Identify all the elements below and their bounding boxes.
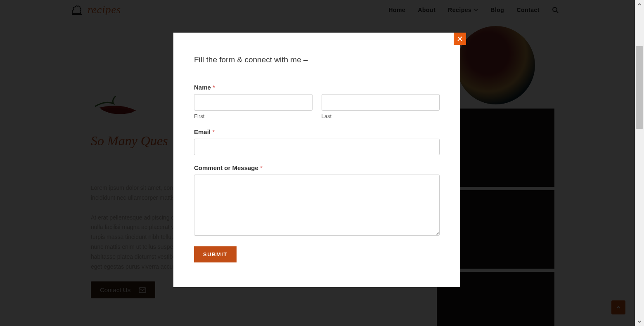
vertical-scrollbar[interactable]	[635, 0, 644, 326]
name-label: Name *	[194, 84, 440, 91]
scrollbar-thumb[interactable]	[636, 46, 643, 129]
required-marker: *	[260, 164, 263, 171]
modal-title: Fill the form & connect with me –	[194, 55, 440, 72]
last-sublabel: Last	[322, 113, 440, 119]
required-marker: *	[213, 84, 215, 91]
scrollbar-up-arrow[interactable]	[635, 0, 644, 9]
comment-label: Comment or Message *	[194, 164, 440, 171]
required-marker: *	[212, 128, 215, 135]
comment-field-group: Comment or Message *	[194, 164, 440, 237]
contact-modal: Fill the form & connect with me – Name *…	[173, 33, 460, 287]
close-icon	[457, 36, 463, 42]
caret-down-icon	[637, 320, 642, 323]
name-field-group: Name * First Last	[194, 84, 440, 119]
last-name-input[interactable]	[322, 94, 440, 111]
email-label: Email *	[194, 128, 440, 135]
email-field-group: Email *	[194, 128, 440, 155]
first-sublabel: First	[194, 113, 313, 119]
email-input[interactable]	[194, 139, 440, 155]
submit-button[interactable]: SUBMIT	[194, 246, 237, 262]
caret-up-icon	[637, 3, 642, 6]
first-name-input[interactable]	[194, 94, 313, 111]
scrollbar-track[interactable]	[635, 9, 644, 317]
scrollbar-down-arrow[interactable]	[635, 317, 644, 326]
comment-textarea[interactable]	[194, 175, 440, 236]
close-button[interactable]	[454, 33, 466, 45]
